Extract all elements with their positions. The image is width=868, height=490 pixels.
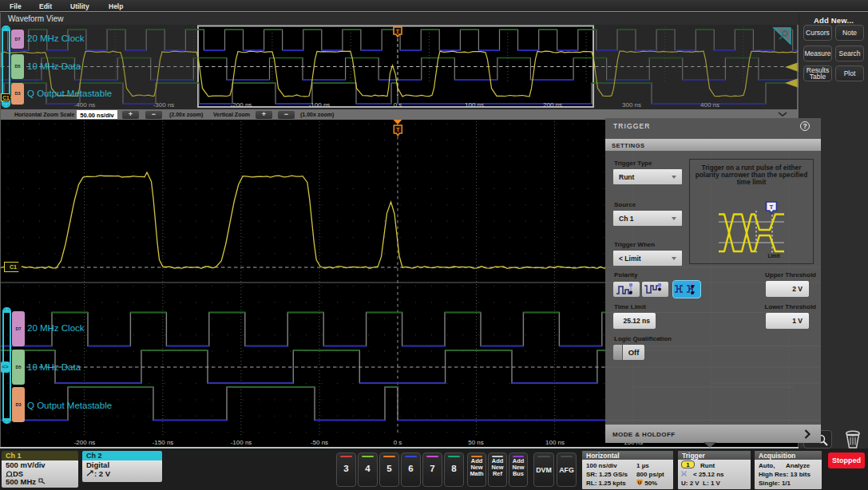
svg-text:Limit: Limit [767,253,780,259]
svg-text:100 ns: 100 ns [545,439,565,446]
svg-text:200 ns: 200 ns [543,101,562,109]
svg-text:T: T [396,126,400,133]
svg-text:-200 ns: -200 ns [231,101,252,109]
svg-text:0 s: 0 s [394,439,402,446]
svg-text:-100 ns: -100 ns [309,101,331,109]
svg-text:50 ns: 50 ns [468,439,484,446]
svg-text:-50 ns: -50 ns [311,439,328,446]
svg-text:-150 ns: -150 ns [153,439,174,446]
svg-text:U: U [638,480,641,485]
svg-text:100 ns: 100 ns [465,101,484,109]
svg-text:T: T [396,29,400,34]
svg-text:T: T [770,204,774,211]
svg-text:-200 ns: -200 ns [74,439,96,446]
svg-text:0 s: 0 s [394,101,402,109]
svg-text:-100 ns: -100 ns [231,439,252,446]
